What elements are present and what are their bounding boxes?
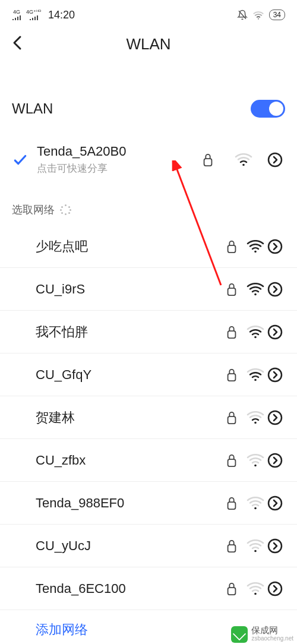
svg-point-11 [254, 336, 257, 338]
connected-hint: 点击可快速分享 [37, 162, 188, 175]
lock-icon [220, 367, 244, 383]
details-button[interactable] [267, 581, 285, 596]
svg-rect-1 [204, 159, 212, 166]
svg-point-30 [268, 582, 282, 595]
svg-point-27 [268, 539, 282, 553]
choose-network-label: 选取网络 [12, 203, 55, 217]
network-row[interactable]: CU_zfbx [0, 439, 297, 482]
svg-rect-7 [228, 288, 236, 295]
svg-point-14 [254, 378, 257, 381]
network-row[interactable]: 贺建林 [0, 396, 297, 439]
details-button[interactable] [267, 453, 285, 468]
wifi-signal-icon [244, 368, 267, 381]
svg-point-5 [254, 250, 257, 252]
lock-icon [220, 282, 244, 297]
page-header: WLAN [0, 26, 297, 62]
network-ssid: CU_GfqY [12, 367, 220, 383]
svg-rect-10 [228, 331, 236, 338]
wifi-signal-icon [244, 497, 267, 510]
network-row[interactable]: Tenda_988EF0 [0, 482, 297, 525]
network-list: 少吃点吧 CU_i9rS 我不怕胖 CU_GfqY [0, 225, 297, 610]
network-ssid: CU_zfbx [12, 453, 220, 468]
svg-point-0 [258, 18, 259, 20]
wifi-signal-icon [244, 454, 267, 467]
wlan-toggle-row: WLAN [0, 100, 297, 118]
lock-icon [220, 453, 244, 468]
signal-1-icon: 4G [12, 10, 21, 21]
network-row[interactable]: CU_yUcJ [0, 525, 297, 567]
wlan-toggle-switch[interactable] [251, 100, 285, 118]
svg-point-9 [268, 283, 282, 296]
signal-2-icon: 4G⁺ᴴᴰ [26, 10, 41, 21]
svg-point-29 [254, 592, 257, 595]
details-button[interactable] [267, 239, 285, 254]
wifi-signal-icon [244, 240, 267, 253]
loading-spinner-icon [61, 204, 71, 215]
chevron-right-circle-icon [267, 495, 285, 511]
svg-rect-19 [228, 459, 236, 466]
chevron-right-circle-icon [267, 282, 285, 297]
choose-network-header: 选取网络 [0, 203, 297, 217]
lock-icon [220, 324, 244, 340]
page-title: WLAN [126, 35, 170, 53]
back-button[interactable] [11, 33, 25, 52]
svg-point-23 [254, 507, 257, 509]
network-row[interactable]: Tenda_6EC100 [0, 567, 297, 610]
svg-rect-28 [228, 588, 236, 595]
details-button[interactable] [267, 495, 285, 511]
lock-icon [220, 581, 244, 596]
lock-icon [220, 410, 244, 425]
chevron-right-circle-icon [267, 410, 285, 425]
wifi-signal-icon [244, 539, 267, 553]
svg-point-24 [268, 497, 282, 510]
svg-point-18 [268, 411, 282, 424]
chevron-left-icon [11, 33, 25, 52]
network-ssid: CU_yUcJ [12, 538, 220, 554]
lock-icon [196, 152, 220, 168]
status-right: 34 [237, 10, 285, 20]
wifi-signal-icon [244, 283, 267, 296]
svg-point-6 [268, 240, 282, 253]
details-button[interactable] [267, 282, 285, 297]
svg-rect-16 [228, 416, 236, 424]
watermark-domain: zsbaocheng.net [251, 634, 293, 643]
wifi-status-icon [252, 10, 264, 20]
details-button[interactable] [267, 367, 285, 383]
network-row[interactable]: CU_GfqY [0, 353, 297, 396]
switch-knob [269, 102, 283, 116]
network-row[interactable]: 少吃点吧 [0, 225, 297, 268]
lock-icon [220, 495, 244, 511]
connected-network-row[interactable]: Tenda_5A20B0 点击可快速分享 [0, 138, 297, 181]
network-ssid: CU_i9rS [12, 282, 220, 297]
chevron-right-circle-icon [267, 538, 285, 554]
chevron-right-circle-icon [267, 239, 285, 254]
svg-rect-25 [228, 545, 236, 552]
chevron-right-circle-icon [267, 453, 285, 468]
wifi-signal-icon [244, 411, 267, 424]
chevron-right-circle-icon [267, 324, 285, 340]
lock-icon [220, 239, 244, 254]
network-ssid: 我不怕胖 [12, 323, 220, 341]
svg-point-8 [254, 293, 257, 295]
watermark-brand: 保成网 [251, 626, 293, 634]
chevron-right-circle-icon [267, 581, 285, 596]
connected-network-text: Tenda_5A20B0 点击可快速分享 [37, 144, 188, 175]
network-row[interactable]: 我不怕胖 [0, 311, 297, 353]
watermark-logo-icon [231, 626, 248, 643]
details-button[interactable] [267, 152, 285, 168]
network-ssid: 贺建林 [12, 409, 220, 427]
network-ssid: Tenda_988EF0 [12, 495, 220, 511]
network-row[interactable]: CU_i9rS [0, 268, 297, 311]
details-button[interactable] [267, 324, 285, 340]
connected-icons [196, 152, 285, 168]
svg-point-20 [254, 464, 257, 466]
svg-rect-22 [228, 502, 236, 509]
wifi-signal-icon [244, 582, 267, 595]
network-ssid: Tenda_6EC100 [12, 581, 220, 596]
chevron-right-circle-icon [267, 367, 285, 383]
svg-point-2 [242, 163, 245, 166]
details-button[interactable] [267, 410, 285, 425]
svg-point-21 [268, 454, 282, 467]
details-button[interactable] [267, 538, 285, 554]
svg-point-3 [268, 153, 282, 166]
